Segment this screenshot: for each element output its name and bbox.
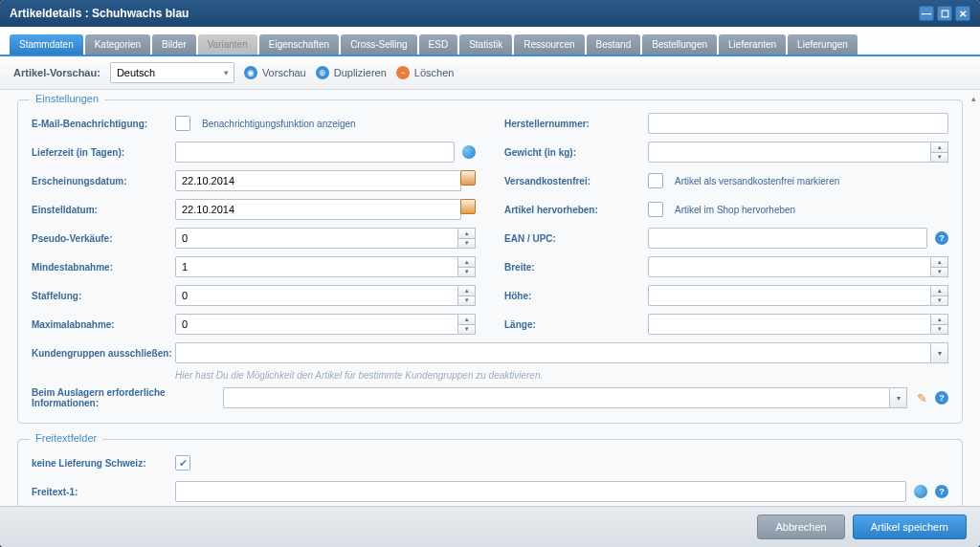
titlebar: Artikeldetails : Schuhwachs blau — ☐ ✕ — [0, 0, 980, 27]
freitext-fieldset: Freitextfelder keine Lieferung Schweiz:✔… — [17, 439, 963, 506]
ean-label: EAN / UPC: — [504, 233, 648, 244]
spinner-up[interactable]: ▴ — [931, 142, 948, 152]
eye-icon: ◉ — [244, 66, 257, 79]
spinner-down[interactable]: ▾ — [931, 152, 948, 164]
einstellungen-legend: Einstellungen — [30, 93, 104, 104]
spinner-down[interactable]: ▾ — [931, 295, 948, 307]
globe-icon[interactable] — [914, 485, 927, 498]
erscheinung-input[interactable] — [175, 170, 461, 191]
tab-stammdaten[interactable]: Stammdaten — [10, 34, 83, 55]
delete-button[interactable]: −Löschen — [396, 66, 455, 79]
lieferzeit-input[interactable] — [175, 142, 455, 163]
mindest-input[interactable] — [175, 256, 458, 277]
language-combo[interactable]: Deutsch — [110, 62, 234, 83]
calendar-icon[interactable] — [460, 170, 476, 186]
spinner-down[interactable]: ▾ — [931, 324, 948, 336]
article-details-window: Artikeldetails : Schuhwachs blau — ☐ ✕ S… — [0, 0, 980, 547]
ean-input[interactable] — [648, 228, 927, 249]
email-label: E-Mail-Benachrichtigung: — [32, 119, 175, 129]
tab-crossselling[interactable]: Cross-Selling — [341, 34, 416, 55]
breite-label: Breite: — [504, 262, 648, 273]
hervor-checkbox[interactable] — [648, 202, 663, 217]
toolbar: Artikel-Vorschau: Deutsch ◉Vorschau ⊕Dup… — [0, 56, 980, 90]
tab-varianten[interactable]: Varianten — [198, 34, 257, 55]
spinner-down[interactable]: ▾ — [458, 295, 476, 307]
tab-ressourcen[interactable]: Ressourcen — [514, 34, 584, 55]
hoehe-input[interactable] — [648, 285, 931, 306]
gewicht-input[interactable] — [648, 142, 931, 163]
minus-icon: − — [396, 66, 410, 79]
hervor-label: Artikel hervorheben: — [504, 205, 648, 215]
help-icon[interactable]: ? — [935, 391, 948, 405]
laenge-label: Länge: — [504, 319, 648, 330]
duplicate-icon: ⊕ — [316, 66, 329, 79]
duplicate-button[interactable]: ⊕Duplizieren — [316, 66, 387, 79]
email-checkbox[interactable] — [175, 116, 190, 131]
tab-lieferungen[interactable]: Lieferungen — [788, 34, 858, 55]
pseudo-input[interactable] — [175, 228, 458, 249]
hervor-text: Artikel im Shop hervorheben — [675, 205, 795, 215]
right-column: Herstellernummer: Gewicht (in kg):▴▾ Ver… — [504, 112, 948, 341]
globe-icon[interactable] — [462, 145, 476, 159]
minimize-button[interactable]: — — [919, 6, 934, 21]
help-icon[interactable]: ? — [935, 485, 948, 498]
spinner-down[interactable]: ▾ — [458, 238, 476, 250]
spinner-up[interactable]: ▴ — [931, 285, 948, 295]
combo-trigger[interactable]: ▾ — [890, 387, 907, 408]
kunden-label: Kundengruppen ausschließen: — [32, 348, 175, 359]
staffel-input[interactable] — [175, 285, 458, 306]
hersteller-label: Herstellernummer: — [504, 119, 648, 129]
einstell-input[interactable] — [175, 199, 461, 220]
laenge-input[interactable] — [648, 314, 931, 335]
freitext-legend: Freitextfelder — [30, 432, 102, 444]
maximize-button[interactable]: ☐ — [937, 6, 952, 21]
auslagern-label: Beim Auslagern erforderliche Information… — [32, 387, 223, 408]
versand-checkbox[interactable] — [648, 173, 663, 188]
frei1-label: Freitext-1: — [32, 487, 175, 497]
preview-button[interactable]: ◉Vorschau — [244, 66, 306, 79]
tab-statistik[interactable]: Statistik — [459, 34, 512, 55]
frei1-input[interactable] — [175, 481, 906, 502]
versand-text: Artikel als versandkostenfrei markieren — [675, 176, 839, 186]
tab-kategorien[interactable]: Kategorien — [85, 34, 150, 55]
hersteller-input[interactable] — [648, 113, 948, 134]
spinner-up[interactable]: ▴ — [458, 285, 476, 295]
spinner-up[interactable]: ▴ — [931, 256, 948, 267]
versand-label: Versandkostenfrei: — [504, 176, 648, 186]
tab-bilder[interactable]: Bilder — [152, 34, 196, 55]
keine-checkbox[interactable]: ✔ — [175, 455, 190, 470]
titlebar-buttons: — ☐ ✕ — [919, 6, 970, 21]
spinner-down[interactable]: ▾ — [458, 267, 476, 278]
tab-lieferanten[interactable]: Lieferanten — [719, 34, 786, 55]
spinner-up[interactable]: ▴ — [458, 314, 476, 324]
tab-eigenschaften[interactable]: Eigenschaften — [259, 34, 339, 55]
spinner-up[interactable]: ▴ — [458, 228, 476, 238]
left-column: E-Mail-Benachrichtigung:Benachrichtigung… — [32, 112, 476, 341]
maximal-input[interactable] — [175, 314, 458, 335]
auslagern-combo[interactable] — [223, 387, 890, 408]
pencil-icon[interactable]: ✎ — [917, 391, 927, 405]
help-icon[interactable]: ? — [935, 231, 948, 245]
kunden-combo[interactable] — [175, 342, 931, 363]
combo-trigger[interactable]: ▾ — [931, 342, 948, 363]
spinner-down[interactable]: ▾ — [931, 267, 948, 278]
calendar-icon[interactable] — [460, 199, 476, 214]
window-title: Artikeldetails : Schuhwachs blau — [10, 7, 189, 20]
save-button[interactable]: Artikel speichern — [853, 514, 967, 539]
spinner-down[interactable]: ▾ — [458, 324, 476, 336]
scroll-up-icon[interactable]: ▴ — [971, 94, 976, 103]
tab-bar: Stammdaten Kategorien Bilder Varianten E… — [0, 27, 980, 56]
spinner-up[interactable]: ▴ — [931, 314, 948, 324]
kunden-hint: Hier hast Du die Möglichkeit den Artikel… — [175, 370, 948, 381]
tab-bestand[interactable]: Bestand — [587, 34, 641, 55]
lieferzeit-label: Lieferzeit (in Tagen): — [32, 147, 175, 158]
tab-esd[interactable]: ESD — [419, 34, 458, 55]
close-button[interactable]: ✕ — [955, 6, 970, 21]
mindest-label: Mindestabnahme: — [32, 262, 175, 273]
cancel-button[interactable]: Abbrechen — [757, 514, 844, 539]
spinner-up[interactable]: ▴ — [458, 256, 476, 267]
staffel-label: Staffelung: — [32, 291, 175, 301]
content-area[interactable]: ▴ Einstellungen E-Mail-Benachrichtigung:… — [0, 90, 980, 506]
breite-input[interactable] — [648, 256, 931, 277]
tab-bestellungen[interactable]: Bestellungen — [642, 34, 717, 55]
